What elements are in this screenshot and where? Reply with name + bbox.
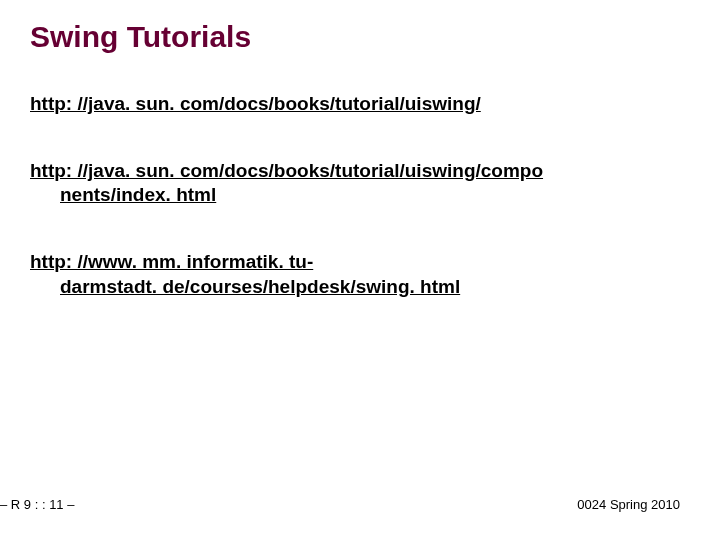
link-block-3: http: //www. mm. informatik. tu- darmsta…: [30, 250, 720, 299]
footer: – R 9 : : 11 – 0024 Spring 2010: [0, 497, 720, 512]
tutorial-link-1[interactable]: http: //java. sun. com/docs/books/tutori…: [30, 93, 481, 114]
tutorial-link-3-line1[interactable]: http: //www. mm. informatik. tu-: [30, 251, 313, 272]
slide: Swing Tutorials http: //java. sun. com/d…: [0, 0, 720, 540]
footer-page-ref: – R 9 : : 11 –: [0, 497, 74, 512]
tutorial-link-2-line1[interactable]: http: //java. sun. com/docs/books/tutori…: [30, 160, 543, 181]
page-title: Swing Tutorials: [30, 20, 720, 54]
link-block-1: http: //java. sun. com/docs/books/tutori…: [30, 92, 720, 117]
tutorial-link-3-line2[interactable]: darmstadt. de/courses/helpdesk/swing. ht…: [30, 276, 460, 297]
footer-course-info: 0024 Spring 2010: [577, 497, 680, 512]
link-block-2: http: //java. sun. com/docs/books/tutori…: [30, 159, 720, 208]
tutorial-link-2-line2[interactable]: nents/index. html: [30, 184, 216, 205]
